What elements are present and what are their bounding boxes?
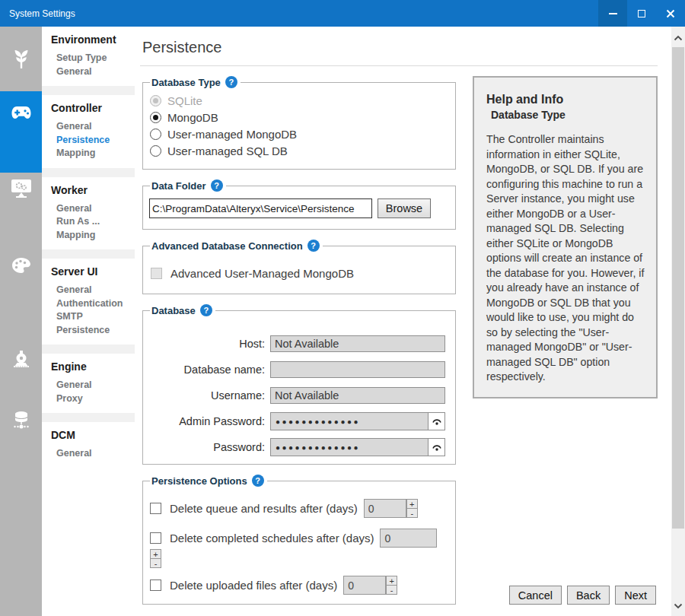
spin-down-button[interactable]: - [406,509,418,518]
radio-user-managed-mongodb-label[interactable]: User-managed MongoDB [167,128,297,141]
sidebar-icon-controller[interactable] [0,105,42,120]
nav-item-worker-mapping[interactable]: Mapping [56,229,135,243]
title-divider [140,65,658,66]
nav-item-environment-general[interactable]: General [56,65,135,79]
reveal-password-icon [432,443,442,452]
nav-item-controller-mapping[interactable]: Mapping [56,147,135,160]
nav-divider [42,86,135,95]
delete-schedules-label[interactable]: Delete completed schedules after (days) [170,532,374,545]
database-name-field [270,361,445,378]
cancel-button[interactable]: Cancel [509,586,562,605]
active-section-highlight [0,91,42,173]
database-name-label: Database name: [148,364,270,376]
help-icon[interactable]: ? [200,304,212,316]
sidebar-icon-server-ui[interactable] [0,257,42,274]
scroll-up-button[interactable] [671,31,685,45]
delete-uploaded-files-label[interactable]: Delete uploaded files after (days) [170,579,337,592]
gamepad-icon [11,105,32,120]
persistence-options-legend: Persistence Options [151,475,247,487]
nav-header-worker: Worker [51,184,135,196]
minimize-icon [609,13,617,14]
spin-up-button[interactable]: + [406,499,418,509]
window-title: System Settings [9,8,598,19]
radio-user-managed-sql-db-label[interactable]: User-managed SQL DB [167,144,288,157]
scroll-down-button[interactable] [671,599,685,613]
nav-header-controller: Controller [51,102,135,114]
close-button[interactable] [656,0,685,27]
spin-down-button[interactable]: - [150,559,161,568]
radio-mongodb[interactable] [150,112,161,123]
sidebar-icon-environment[interactable] [0,49,42,69]
help-icon[interactable]: ? [225,76,237,88]
help-icon[interactable]: ? [252,475,264,487]
database-network-icon [12,411,30,431]
icon-rail [0,27,42,616]
nav-group-server-ui: Server UI General Authentication SMTP Pe… [42,259,135,345]
spin-up-button[interactable]: + [386,576,397,586]
delete-schedules-checkbox[interactable] [150,532,161,544]
help-icon[interactable]: ? [307,240,320,252]
nav-item-server-ui-authentication[interactable]: Authentication [56,297,135,311]
spin-down-button[interactable]: - [386,586,397,595]
nav-item-worker-general[interactable]: General [56,202,135,216]
nav-group-controller: Controller General Persistence Mapping [42,95,135,168]
nav-item-controller-general[interactable]: General [56,120,135,134]
radio-mongodb-label[interactable]: MongoDB [167,111,218,124]
chevron-down-icon [674,603,683,609]
reveal-admin-password-button[interactable] [428,412,445,430]
nav-item-server-ui-general[interactable]: General [56,284,135,297]
minimize-button[interactable] [598,0,627,27]
sidebar-icon-engine[interactable] [0,350,42,368]
reveal-password-button[interactable] [428,438,445,456]
next-button[interactable]: Next [615,586,656,605]
titlebar: System Settings [0,0,685,27]
nav-item-controller-persistence[interactable]: Persistence [56,134,135,148]
delete-queue-checkbox[interactable] [150,503,161,514]
radio-sqlite [150,95,161,106]
database-group: Database ? Host: Database name: User [142,304,456,465]
browse-button[interactable]: Browse [378,198,431,218]
nav-item-setup-type[interactable]: Setup Type [56,52,135,65]
nav-group-engine: Engine General Proxy [42,354,135,413]
maximize-button[interactable] [627,0,656,27]
radio-sqlite-label: SQLite [167,94,202,107]
nav-header-dcm: DCM [51,429,135,441]
radio-user-managed-sql-db[interactable] [150,145,161,157]
host-label: Host: [148,338,270,350]
help-panel-body: The Controller maintains information in … [486,132,647,385]
nav-item-worker-run-as[interactable]: Run As ... [56,215,135,229]
back-button[interactable]: Back [567,586,610,605]
data-folder-input[interactable] [149,198,372,218]
spin-up-button[interactable]: + [150,549,161,559]
nav-item-engine-proxy[interactable]: Proxy [56,392,135,406]
scrollbar-thumb[interactable] [672,47,684,529]
main-content: Persistence Database Type ? SQLite [135,27,671,616]
reveal-password-icon [432,417,442,426]
system-settings-window: System Settings [0,0,685,616]
sidebar-icon-dcm[interactable] [0,411,42,431]
nav-divider [42,345,135,354]
password-field[interactable]: ●●●●●●●●●●●●● [270,438,428,456]
persistence-options-group: Persistence Options ? Delete queue and r… [142,475,456,605]
nav-divider [42,168,135,177]
admin-password-field[interactable]: ●●●●●●●●●●●●● [270,412,428,430]
database-type-group: Database Type ? SQLite MongoDB [142,76,456,170]
data-folder-group: Data Folder ? Browse [142,179,456,230]
sidebar-icon-worker[interactable] [0,179,42,198]
nav-header-environment: Environment [51,33,135,46]
nav-item-server-ui-smtp[interactable]: SMTP [56,310,135,324]
radio-user-managed-mongodb[interactable] [150,129,161,140]
help-panel: Help and Info Database Type The Controll… [473,76,658,398]
nav-group-worker: Worker General Run As ... Mapping [42,177,135,250]
monitor-gear-icon [11,179,32,198]
password-label: Password: [148,441,270,453]
delete-schedules-days-input [380,529,437,548]
delete-uploaded-files-checkbox[interactable] [150,579,161,591]
delete-queue-label[interactable]: Delete queue and results after (days) [170,502,358,515]
nav-item-dcm-general[interactable]: General [56,447,135,461]
vertical-scrollbar[interactable] [671,27,685,616]
nav-item-server-ui-persistence[interactable]: Persistence [56,324,135,338]
help-icon[interactable]: ? [211,179,223,192]
delete-queue-days-input [364,499,406,518]
nav-item-engine-general[interactable]: General [56,379,135,392]
